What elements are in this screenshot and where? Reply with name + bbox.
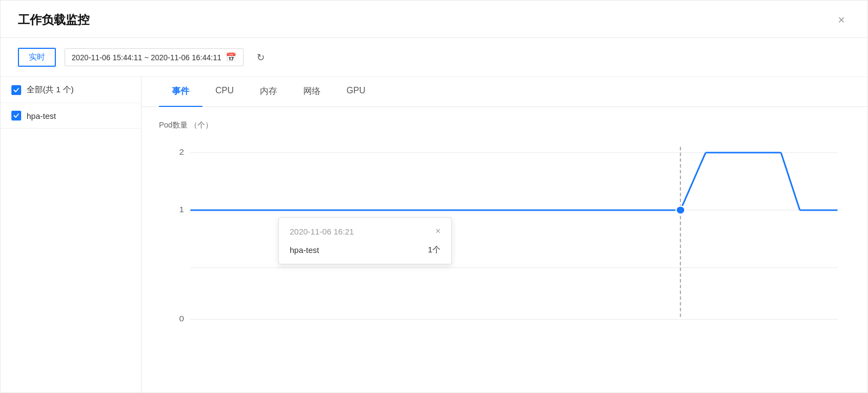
tooltip-value: 1个 bbox=[428, 245, 441, 255]
date-range-picker[interactable]: 2020-11-06 15:44:11 ~ 2020-11-06 16:44:1… bbox=[65, 48, 244, 66]
tooltip-time: 2020-11-06 16:21 bbox=[290, 227, 354, 236]
pod-count-chart: 2 1 0 bbox=[159, 141, 850, 337]
tab-cpu[interactable]: CPU bbox=[202, 77, 247, 107]
svg-text:2: 2 bbox=[179, 148, 184, 156]
chart-title: Pod数量 （个） bbox=[159, 120, 850, 130]
tab-gpu[interactable]: GPU bbox=[334, 77, 379, 107]
tooltip-header: 2020-11-06 16:21 × bbox=[290, 226, 441, 236]
sidebar-item-all[interactable]: 全部(共 1 个) bbox=[1, 77, 141, 103]
svg-line-11 bbox=[781, 153, 800, 210]
tab-network[interactable]: 网络 bbox=[290, 77, 334, 107]
sidebar-label-hpa-test: hpa-test bbox=[27, 111, 56, 121]
dialog-header: 工作负载监控 × bbox=[1, 1, 867, 38]
refresh-button[interactable]: ↻ bbox=[252, 49, 269, 66]
sidebar-label-all: 全部(共 1 个) bbox=[27, 85, 74, 95]
tooltip-row: hpa-test 1个 bbox=[290, 245, 441, 255]
tab-events[interactable]: 事件 bbox=[159, 77, 202, 107]
workload-monitor-dialog: 工作负载监控 × 实时 2020-11-06 15:44:11 ~ 2020-1… bbox=[0, 0, 868, 393]
sidebar-item-hpa-test[interactable]: hpa-test bbox=[1, 103, 141, 129]
chart-tooltip: 2020-11-06 16:21 × hpa-test 1个 bbox=[278, 217, 452, 264]
toolbar: 实时 2020-11-06 15:44:11 ~ 2020-11-06 16:4… bbox=[1, 38, 867, 77]
calendar-icon: 📅 bbox=[226, 52, 237, 62]
date-range-text: 2020-11-06 15:44:11 ~ 2020-11-06 16:44:1… bbox=[72, 53, 221, 62]
tooltip-close-button[interactable]: × bbox=[436, 226, 441, 236]
checkbox-all[interactable] bbox=[11, 85, 21, 95]
svg-text:1: 1 bbox=[179, 205, 184, 214]
tabs: 事件 CPU 内存 网络 GPU bbox=[142, 77, 867, 107]
content-area: 事件 CPU 内存 网络 GPU Pod数量 （个） bbox=[142, 77, 867, 392]
tab-memory[interactable]: 内存 bbox=[247, 77, 290, 107]
dialog-title: 工作负载监控 bbox=[18, 12, 90, 28]
svg-line-9 bbox=[680, 153, 705, 210]
checkbox-hpa-test[interactable] bbox=[11, 111, 21, 121]
chart-wrapper: 2 1 0 bbox=[159, 141, 850, 337]
svg-text:0: 0 bbox=[179, 314, 184, 323]
chart-area: Pod数量 （个） 2 1 0 bbox=[142, 107, 867, 392]
dialog-body: 全部(共 1 个) hpa-test 事件 CPU bbox=[1, 77, 867, 392]
close-button[interactable]: × bbox=[833, 11, 850, 29]
sidebar: 全部(共 1 个) hpa-test bbox=[1, 77, 142, 392]
realtime-button[interactable]: 实时 bbox=[18, 48, 56, 67]
svg-point-13 bbox=[676, 206, 685, 214]
tooltip-name: hpa-test bbox=[290, 245, 319, 255]
